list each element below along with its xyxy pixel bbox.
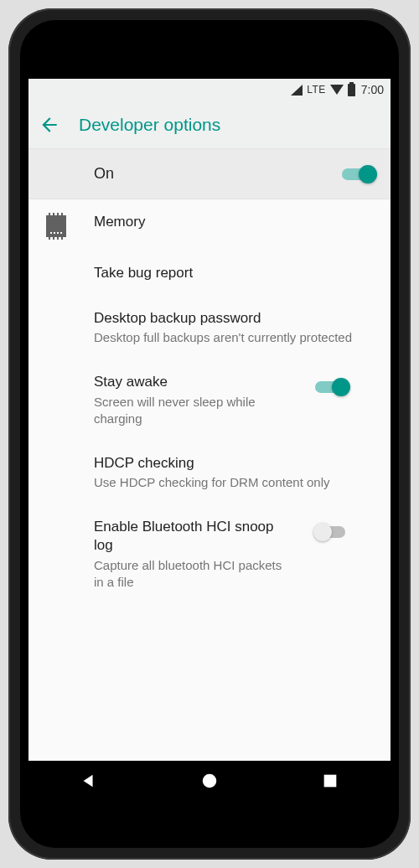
nav-back-button[interactable] — [80, 772, 98, 793]
row-subtitle: Capture all bluetooth HCI packets in a f… — [94, 557, 287, 592]
row-bt-hci-snoop[interactable]: Enable Bluetooth HCI snoop log Capture a… — [28, 504, 391, 604]
row-stay-awake[interactable]: Stay awake Screen will never sleep while… — [28, 359, 391, 441]
settings-list: Memory Take bug report Desktop backup pa… — [28, 199, 391, 761]
nav-home-button[interactable] — [200, 772, 219, 793]
row-hdcp-checking[interactable]: HDCP checking Use HDCP checking for DRM … — [28, 441, 391, 504]
page-title: Developer options — [79, 115, 220, 135]
row-title: Take bug report — [94, 264, 375, 282]
stay-awake-switch[interactable] — [315, 378, 349, 396]
bt-snoop-switch[interactable] — [315, 523, 349, 541]
row-subtitle: Desktop full backups aren't currently pr… — [94, 329, 375, 346]
nav-recents-button[interactable] — [321, 772, 339, 793]
master-toggle-label: On — [94, 165, 342, 183]
screen: LTE 7:00 Developer options On — [28, 79, 391, 804]
network-type: LTE — [307, 84, 326, 96]
svg-rect-1 — [324, 775, 337, 788]
row-title: Memory — [94, 213, 375, 231]
arrow-back-icon — [39, 114, 60, 136]
row-title: Desktop backup password — [94, 309, 375, 328]
row-subtitle: Use HDCP checking for DRM content only — [94, 474, 375, 491]
triangle-back-icon — [80, 772, 98, 790]
row-title: Enable Bluetooth HCI snoop log — [94, 518, 287, 555]
clock: 7:00 — [361, 83, 384, 96]
square-recents-icon — [321, 772, 339, 790]
row-bug-report[interactable]: Take bug report — [28, 251, 391, 296]
master-toggle-switch[interactable] — [342, 165, 375, 183]
master-toggle-row[interactable]: On — [28, 149, 391, 199]
phone-bezel: LTE 7:00 Developer options On — [20, 20, 399, 848]
row-desktop-backup-password[interactable]: Desktop backup password Desktop full bac… — [28, 296, 391, 359]
row-memory[interactable]: Memory — [28, 199, 391, 251]
phone-frame: LTE 7:00 Developer options On — [8, 8, 411, 860]
row-title: HDCP checking — [94, 454, 375, 473]
cell-signal-icon — [291, 85, 303, 96]
status-bar: LTE 7:00 — [28, 79, 391, 101]
circle-home-icon — [200, 772, 219, 790]
back-button[interactable] — [39, 114, 60, 136]
memory-chip-icon — [46, 215, 66, 237]
row-title: Stay awake — [94, 373, 287, 391]
wifi-icon — [330, 85, 344, 95]
app-bar: Developer options — [28, 101, 391, 149]
svg-point-0 — [203, 774, 217, 788]
row-subtitle: Screen will never sleep while charging — [94, 394, 287, 428]
navigation-bar — [28, 761, 391, 804]
battery-icon — [348, 84, 355, 96]
